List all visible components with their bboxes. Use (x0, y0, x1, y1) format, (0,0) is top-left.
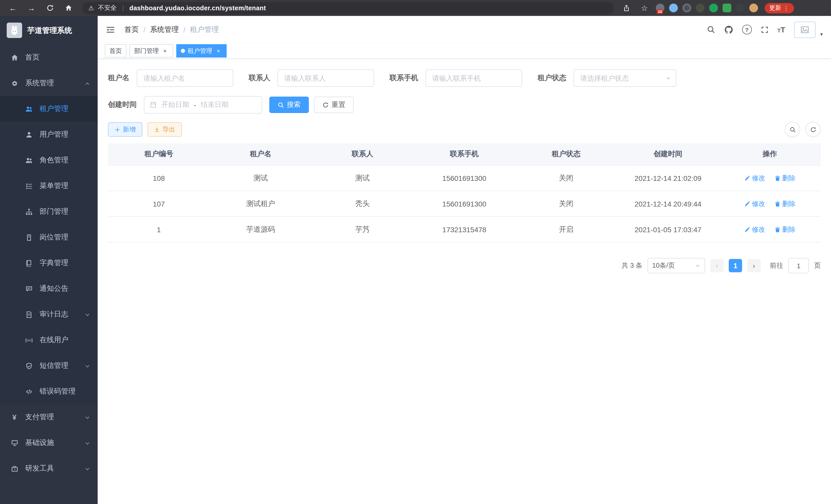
kebab-menu-icon: ⋮ (783, 4, 789, 11)
yen-icon: ¥ (10, 413, 19, 421)
extension-icon-5[interactable] (709, 4, 718, 12)
reset-button[interactable]: 重置 (314, 97, 353, 113)
sidebar-item-menu[interactable]: 菜单管理 (0, 173, 98, 199)
toggle-search-button[interactable] (785, 122, 800, 137)
sidebar-item-user[interactable]: 用户管理 (0, 122, 98, 147)
status-select[interactable] (574, 69, 676, 87)
edit-link[interactable]: 修改 (744, 173, 765, 183)
reload-icon[interactable] (43, 2, 57, 14)
export-button[interactable]: 导出 (147, 122, 182, 137)
help-icon[interactable]: ? (742, 25, 752, 34)
sidebar-item-home[interactable]: 首页 (0, 45, 98, 70)
mobile-input[interactable] (426, 69, 522, 87)
sidebar-item-post[interactable]: 岗位管理 (0, 225, 98, 250)
sidebar-item-notice[interactable]: 通知公告 (0, 276, 98, 302)
url-text[interactable]: dashboard.yudao.iocoder.cn/system/tenant (130, 4, 266, 11)
cell-mobile: 15601691300 (413, 165, 515, 191)
page-size-select[interactable]: 10条/页 (648, 258, 705, 273)
status-select-input[interactable] (574, 69, 676, 87)
sidebar-item-payment[interactable]: ¥ 支付管理 (0, 404, 98, 430)
sidebar-item-role[interactable]: 角色管理 (0, 147, 98, 173)
search-icon[interactable] (706, 25, 715, 34)
share-icon[interactable] (620, 2, 633, 14)
cell-created: 2021-12-14 20:49:44 (617, 191, 719, 216)
prev-page-button[interactable]: ‹ (710, 259, 724, 272)
contact-label: 联系人 (249, 73, 270, 83)
home-icon[interactable] (62, 2, 75, 14)
chevron-down-icon (84, 362, 90, 370)
sidebar-item-system[interactable]: 系统管理 (0, 70, 98, 96)
tenant-name-input[interactable] (137, 69, 233, 87)
add-button[interactable]: 新增 (108, 122, 142, 137)
close-icon[interactable]: × (215, 47, 222, 55)
extension-icon-2[interactable] (669, 4, 678, 12)
delete-link[interactable]: 删除 (774, 199, 796, 208)
github-icon[interactable] (724, 25, 733, 34)
tag-home[interactable]: 首页 (105, 44, 126, 58)
topbar-actions: ? TT ▾ (706, 21, 823, 38)
message-icon (25, 285, 33, 293)
address-bar[interactable]: ⚠ 不安全 dashboard.yudao.iocoder.cn/system/… (82, 2, 613, 14)
calendar-icon (149, 101, 157, 109)
cell-actions: 修改 删除 (719, 216, 821, 242)
sidebar-collapse-icon[interactable] (106, 25, 115, 34)
delete-link[interactable]: 删除 (774, 173, 796, 183)
font-size-icon[interactable]: TT (777, 26, 785, 33)
filter-row-1: 租户名 联系人 联系手机 租户状态 (108, 69, 821, 87)
date-end-placeholder: 结束日期 (201, 100, 228, 110)
edit-link[interactable]: 修改 (744, 199, 765, 208)
trash-icon (774, 226, 781, 233)
avatar-caret-icon[interactable]: ▾ (820, 31, 823, 37)
sidebar-item-dict[interactable]: 字典管理 (0, 250, 98, 276)
extension-icon-8[interactable] (749, 4, 758, 12)
search-button-label: 搜索 (287, 100, 300, 110)
sidebar-item-infrastructure[interactable]: 基础设施 (0, 430, 98, 456)
extension-icon-3[interactable] (683, 4, 691, 12)
fullscreen-icon[interactable] (760, 25, 769, 34)
delete-link[interactable]: 删除 (774, 225, 796, 234)
search-icon (278, 101, 284, 108)
filter-status: 租户状态 (538, 69, 676, 87)
back-icon[interactable]: ← (6, 2, 20, 14)
users-icon (25, 105, 33, 113)
sidebar-item-dev-tools[interactable]: 研发工具 (0, 456, 98, 481)
bookmark-star-icon[interactable]: ☆ (638, 2, 651, 14)
tag-tenant-active[interactable]: 租户管理 × (176, 44, 227, 58)
col-contact: 联系人 (312, 143, 413, 165)
forward-icon[interactable]: → (25, 2, 38, 14)
contact-input[interactable] (278, 69, 374, 87)
sidebar-item-audit-log[interactable]: 审计日志 (0, 302, 98, 327)
breadcrumb-home[interactable]: 首页 (124, 25, 139, 34)
sidebar-item-label: 通知公告 (39, 284, 68, 293)
screen: ← → ⚠ 不安全 dashboard.yudao.iocoder.cn/sys… (0, 0, 831, 504)
refresh-table-button[interactable] (805, 122, 821, 137)
extension-icon-4[interactable] (696, 4, 705, 12)
edit-link[interactable]: 修改 (744, 225, 765, 234)
sidebar-item-sms[interactable]: 短信管理 (0, 353, 98, 379)
breadcrumb-system[interactable]: 系统管理 (150, 25, 179, 34)
close-icon[interactable]: × (161, 47, 169, 55)
date-range-picker[interactable]: 开始日期 - 结束日期 (144, 96, 262, 114)
extension-icon-6[interactable] (722, 4, 731, 12)
active-dot (181, 49, 185, 53)
next-page-button[interactable]: › (747, 259, 761, 272)
goto-page-input[interactable] (789, 258, 809, 273)
search-button[interactable]: 搜索 (269, 97, 309, 113)
chrome-update-button[interactable]: 更新 ⋮ (765, 3, 794, 13)
page-1-button[interactable]: 1 (729, 259, 742, 272)
tag-dept[interactable]: 部门管理 × (130, 44, 173, 58)
sidebar-item-dept[interactable]: 部门管理 (0, 199, 98, 225)
table-row: 107 测试租户 秃头 15601691300 关闭 2021-12-14 20… (108, 191, 821, 216)
cell-tenant-id: 1 (108, 216, 210, 242)
extension-icon-7[interactable] (736, 4, 745, 12)
cell-tenant-name: 测试租户 (210, 191, 311, 216)
main-content: 租户名 联系人 联系手机 租户状态 (98, 59, 831, 504)
avatar[interactable] (794, 21, 815, 38)
sidebar-item-error-code[interactable]: 错误码管理 (0, 379, 98, 404)
list-icon (25, 182, 33, 190)
filter-contact: 联系人 (249, 69, 374, 87)
download-icon (154, 127, 160, 132)
sidebar-item-tenant[interactable]: 租户管理 (0, 96, 98, 122)
extension-icon-1[interactable]: 10 (656, 4, 664, 12)
sidebar-item-online-users[interactable]: 在线用户 (0, 327, 98, 353)
